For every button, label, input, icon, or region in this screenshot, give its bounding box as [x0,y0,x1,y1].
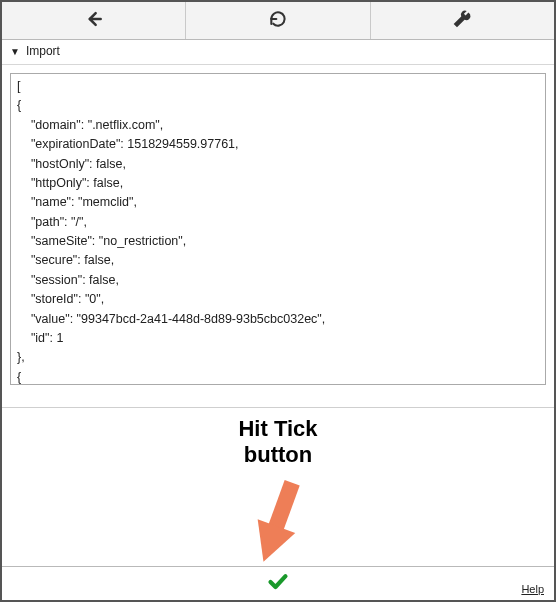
annotation-text: Hit Tick button [238,416,317,469]
back-arrow-icon [84,9,104,32]
footer-bar: Help [2,566,554,600]
wrench-icon [452,9,472,32]
reload-button[interactable] [186,2,370,39]
import-label: Import [26,44,60,58]
top-toolbar [2,2,554,40]
tick-icon [265,580,291,595]
annotation-overlay: Hit Tick button [2,408,554,566]
reload-icon [268,9,288,32]
collapse-triangle-icon: ▼ [10,46,20,57]
import-textarea[interactable] [10,73,546,385]
back-button[interactable] [2,2,186,39]
content-area [2,65,554,388]
help-link[interactable]: Help [521,583,544,595]
divider [2,388,554,408]
import-section-header[interactable]: ▼ Import [2,40,554,65]
settings-button[interactable] [371,2,554,39]
svg-marker-2 [250,519,295,568]
annotation-arrow-icon [250,476,306,579]
confirm-button[interactable] [265,572,291,595]
